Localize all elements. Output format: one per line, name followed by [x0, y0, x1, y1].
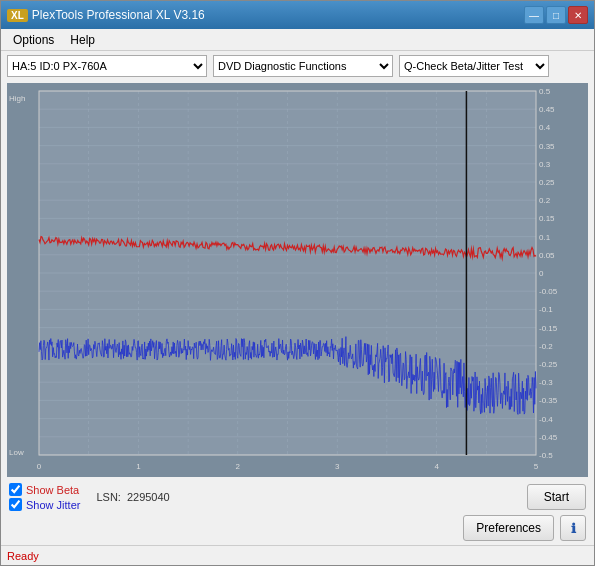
beta-checkbox-input[interactable] [9, 483, 22, 496]
show-jitter-checkbox[interactable]: Show Jitter [9, 498, 80, 511]
app-logo: XL [7, 9, 28, 22]
window-controls: — □ ✕ [524, 6, 588, 24]
start-button[interactable]: Start [527, 484, 586, 510]
checkbox-group: Show Beta Show Jitter [9, 483, 80, 511]
chart-wrapper [7, 83, 588, 477]
lsn-label: LSN: [96, 491, 120, 503]
close-button[interactable]: ✕ [568, 6, 588, 24]
maximize-button[interactable]: □ [546, 6, 566, 24]
main-window: XL PlexTools Professional XL V3.16 — □ ✕… [0, 0, 595, 566]
status-bar: Ready [1, 545, 594, 565]
menu-bar: Options Help [1, 29, 594, 51]
preferences-button[interactable]: Preferences [463, 515, 554, 541]
info-button[interactable]: ℹ [560, 515, 586, 541]
minimize-button[interactable]: — [524, 6, 544, 24]
lsn-value: 2295040 [127, 491, 170, 503]
show-beta-checkbox[interactable]: Show Beta [9, 483, 80, 496]
jitter-checkbox-input[interactable] [9, 498, 22, 511]
toolbar: HA:5 ID:0 PX-760A DVD Diagnostic Functio… [1, 51, 594, 81]
test-select[interactable]: Q-Check Beta/Jitter Test [399, 55, 549, 77]
chart-canvas [7, 83, 588, 477]
show-jitter-label: Show Jitter [26, 499, 80, 511]
menu-help[interactable]: Help [62, 31, 103, 49]
status-text: Ready [7, 550, 39, 562]
bottom-bar2: Preferences ℹ [1, 515, 594, 545]
bottom-controls: Show Beta Show Jitter LSN: 2295040 Start [1, 479, 594, 515]
menu-options[interactable]: Options [5, 31, 62, 49]
drive-select[interactable]: HA:5 ID:0 PX-760A [7, 55, 207, 77]
function-select[interactable]: DVD Diagnostic Functions [213, 55, 393, 77]
window-title: PlexTools Professional XL V3.16 [32, 8, 205, 22]
lsn-area: LSN: 2295040 [96, 491, 169, 503]
show-beta-label: Show Beta [26, 484, 79, 496]
title-bar: XL PlexTools Professional XL V3.16 — □ ✕ [1, 1, 594, 29]
title-bar-left: XL PlexTools Professional XL V3.16 [7, 8, 205, 22]
